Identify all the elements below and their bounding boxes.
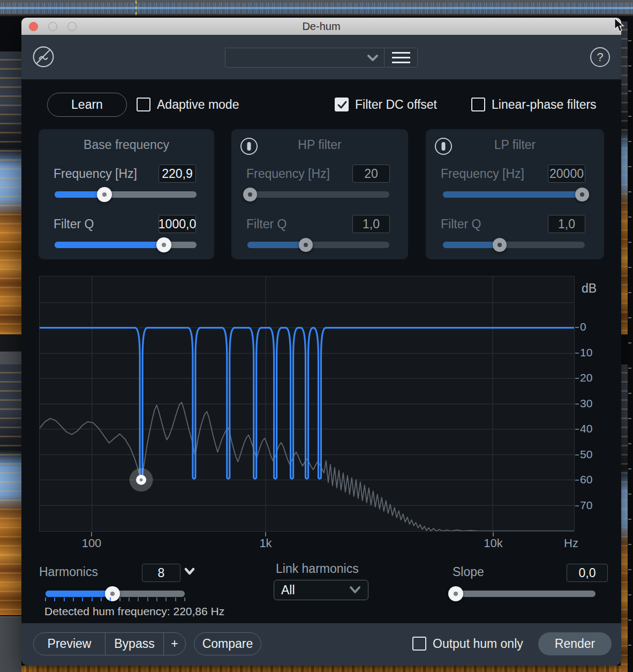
slider-knob[interactable] <box>493 238 507 252</box>
slope-slider[interactable] <box>450 591 596 597</box>
waveform-overview <box>0 3 633 13</box>
frequency-slider[interactable] <box>443 191 585 198</box>
harmonics-tick <box>184 598 185 601</box>
output-hum-only-checkbox[interactable] <box>412 637 426 651</box>
zoom-button[interactable] <box>67 22 77 31</box>
link-harmonics-value: All <box>281 583 295 598</box>
filter-response-graph[interactable] <box>39 276 575 532</box>
ruler-tick <box>628 594 631 595</box>
db-tick-label: 40 <box>580 422 610 435</box>
db-tick <box>575 480 579 481</box>
slope-value[interactable]: 0,0 <box>567 564 608 582</box>
close-button[interactable] <box>29 22 38 31</box>
slider-knob[interactable] <box>97 187 112 202</box>
filter-q-slider[interactable] <box>443 242 585 248</box>
link-harmonics-label: Link harmonics <box>276 562 359 576</box>
db-tick <box>575 327 579 328</box>
slope-label: Slope <box>453 565 484 579</box>
ruler-tick <box>628 242 631 243</box>
harmonics-tick <box>156 598 157 601</box>
preset-menu-button[interactable] <box>385 48 418 68</box>
adaptive-mode-checkbox[interactable] <box>137 98 150 111</box>
ruler-tick <box>628 544 631 545</box>
ruler-tick <box>628 443 631 444</box>
filter-q-value[interactable]: 1,0 <box>548 215 585 233</box>
linear-phase-checkbox[interactable] <box>471 98 485 111</box>
freq-tick-label: 1k <box>259 536 272 550</box>
ruler-tick <box>628 166 631 167</box>
playhead-line <box>135 1 137 15</box>
adaptive-mode-label: Adaptive mode <box>157 98 239 111</box>
harmonics-tick <box>165 598 167 601</box>
frequency-value[interactable]: 20000 <box>548 165 585 183</box>
frequency-slider[interactable] <box>55 191 197 198</box>
ruler-tick <box>628 216 631 218</box>
freq-tick-label: 100 <box>82 536 102 550</box>
preview-button[interactable]: Preview <box>34 633 106 655</box>
db-tick <box>575 353 579 354</box>
compare-button[interactable]: Compare <box>194 632 261 655</box>
slider-knob[interactable] <box>575 188 589 201</box>
slider-fill <box>443 242 500 248</box>
minimize-button[interactable] <box>48 22 57 31</box>
harmonics-label: Harmonics <box>39 565 98 579</box>
frequency-value[interactable]: 20 <box>352 165 390 183</box>
base-frequency-handle[interactable] <box>130 468 153 491</box>
ruler-tick <box>628 267 631 268</box>
hamburger-icon <box>392 52 410 54</box>
slider-knob[interactable] <box>243 188 257 201</box>
harmonics-tick <box>82 598 83 601</box>
db-tick-label: 10 <box>580 346 610 359</box>
slider-knob[interactable] <box>299 238 313 252</box>
dehum-dialog: De-hum ? Learn Adaptive mode Filter DC o… <box>21 18 621 666</box>
filter-response-curve <box>40 328 574 479</box>
filter-q-slider[interactable] <box>55 242 197 248</box>
ruler-tick <box>628 342 631 344</box>
mouse-cursor <box>614 18 624 32</box>
freq-tick <box>91 532 92 536</box>
spectrogram-left-ch2 <box>0 364 21 615</box>
frequency-value[interactable]: 220,9 <box>159 165 196 183</box>
filter-dc-offset-checkbox[interactable] <box>335 98 349 111</box>
harmonics-stepper-chevron[interactable] <box>183 565 196 578</box>
slider-fill <box>46 591 112 597</box>
db-axis-unit: dB <box>582 281 597 296</box>
title-bar[interactable]: De-hum <box>21 18 621 35</box>
slider-knob[interactable] <box>156 237 171 252</box>
panel-title: Base frequency <box>39 138 214 152</box>
harmonics-tick <box>92 598 93 601</box>
help-button[interactable]: ? <box>590 47 610 67</box>
ruler-tick <box>628 519 631 520</box>
db-tick <box>575 505 579 506</box>
learn-button[interactable]: Learn <box>47 93 127 117</box>
add-button[interactable]: + <box>164 633 185 655</box>
harmonics-value[interactable]: 8 <box>142 564 180 582</box>
filter-q-label: Filter Q <box>441 217 481 232</box>
freq-axis-unit: Hz <box>564 536 578 550</box>
chevron-down-icon <box>367 54 379 62</box>
db-tick-label: 60 <box>580 473 610 486</box>
render-button[interactable]: Render <box>538 632 612 655</box>
ruler-tick <box>628 468 631 469</box>
ruler-tick <box>628 191 631 192</box>
harmonics-tick <box>110 598 111 601</box>
link-harmonics-dropdown[interactable]: All <box>274 580 368 600</box>
frequency-ruler <box>628 16 633 672</box>
filter-q-value[interactable]: 1000,0 <box>159 215 196 233</box>
transport-button-group: Preview Bypass + <box>33 632 186 655</box>
harmonics-slider[interactable] <box>46 591 185 597</box>
panel-title: LP filter <box>426 138 604 152</box>
ruler-tick <box>628 494 631 495</box>
panel-title: HP filter <box>231 138 408 152</box>
slider-knob[interactable] <box>448 586 463 601</box>
filter-q-slider[interactable] <box>247 242 389 248</box>
preset-dropdown[interactable] <box>225 48 385 68</box>
dehum-module-icon <box>32 46 55 68</box>
frequency-slider[interactable] <box>247 191 389 198</box>
output-hum-only-label: Output hum only <box>433 637 523 651</box>
ruler-tick <box>628 418 631 419</box>
bypass-button[interactable]: Bypass <box>106 633 164 655</box>
db-tick-label: 70 <box>580 499 610 512</box>
filter-q-value[interactable]: 1,0 <box>352 215 390 233</box>
ruler-tick <box>628 619 631 621</box>
